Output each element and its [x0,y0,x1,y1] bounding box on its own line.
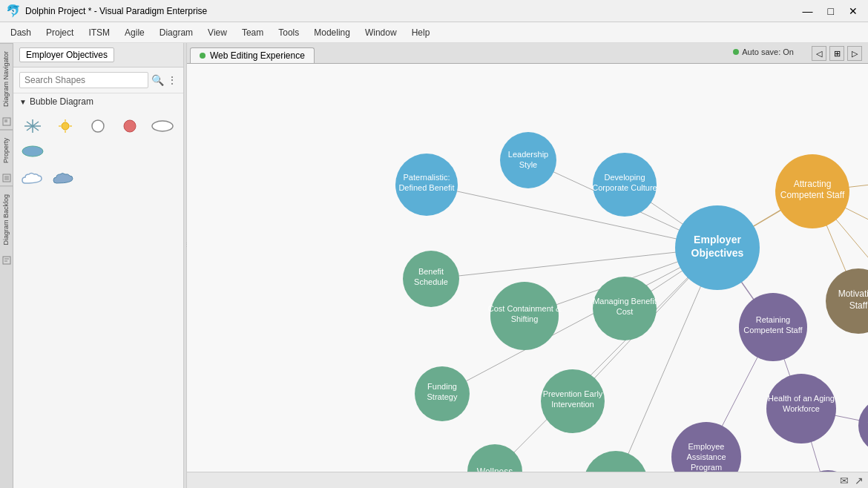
canvas-area[interactable]: Paternalistic: Defined Benefit Leadershi… [187,64,868,472]
menu-tools[interactable]: Tools [271,24,306,41]
menu-window[interactable]: Window [358,24,404,41]
tab-action-2[interactable]: ⊞ [829,46,844,61]
svg-text:Intervention: Intervention [551,400,594,409]
menu-bar: Dash Project ITSM Agile Diagram View Tea… [0,22,868,43]
cloud-icon [19,168,46,188]
tab-actions: ◁ ⊞ ▷ [812,46,862,61]
svg-text:Leadership: Leadership [508,150,548,159]
search-bar: 🔍 ⋮ [13,67,183,93]
ellipse-v-icon [22,143,44,159]
svg-rect-6 [3,257,10,264]
svg-text:Motivating: Motivating [838,288,868,299]
search-icon[interactable]: 🔍 [151,74,164,86]
svg-text:Defined Benefit: Defined Benefit [398,183,454,192]
svg-text:Prevention Early: Prevention Early [543,389,603,398]
app-title: Dolphin Project * - Visual Paradigm Ente… [25,6,207,16]
left-vertical-tabs: Diagram Navigator Property Diagram Backl… [0,43,13,488]
svg-text:Cost Containment &: Cost Containment & [488,304,562,313]
menu-dash[interactable]: Dash [3,24,39,41]
menu-project[interactable]: Project [39,24,81,41]
svg-text:Program: Program [691,463,722,472]
menu-help[interactable]: Help [404,24,438,41]
menu-team[interactable]: Team [234,24,271,41]
vtab-diagram-backlog[interactable]: Diagram Backlog [0,186,13,253]
svg-text:Employee: Employee [688,442,725,451]
node-paternalistic-label: Paternalistic: [404,173,450,182]
email-icon[interactable]: ✉ [840,475,849,487]
share-icon[interactable]: ↗ [855,475,864,487]
auto-save-dot [733,49,739,55]
tab-bar: Web Editing Experience Auto save: On ◁ ⊞… [187,43,868,64]
map-icon [2,117,11,126]
cloud2-icon [50,168,77,188]
node-wellness-right[interactable] [858,398,868,453]
search-input[interactable] [19,72,148,88]
navigator-icon [0,114,13,130]
svg-point-13 [62,122,69,130]
svg-rect-1 [4,119,7,122]
diagram-canvas[interactable]: Paternalistic: Defined Benefit Leadershi… [187,64,868,472]
tab-action-1[interactable]: ◁ [812,46,826,61]
svg-point-18 [92,120,104,132]
ellipse-h-icon [149,118,176,134]
shape-ellipse-h[interactable] [149,116,176,136]
svg-line-23 [427,185,717,248]
main-layout: Diagram Navigator Property Diagram Backl… [0,43,868,488]
diagram-nodes[interactable]: Paternalistic: Defined Benefit Leadershi… [395,132,868,472]
shape-circle[interactable] [85,116,111,136]
svg-text:Wellness: Wellness [477,466,513,472]
tab-label: Web Editing Experience [210,50,305,61]
node-emp-assist-left[interactable] [584,451,648,472]
app-logo: 🐬 [6,4,21,18]
more-options-icon[interactable]: ⋮ [167,74,177,86]
breadcrumb: Employer Objectives [19,47,114,62]
minimize-button[interactable]: — [798,4,818,19]
menu-modeling[interactable]: Modeling [306,24,358,41]
svg-text:Managing Benefit: Managing Benefit [593,297,657,306]
menu-view[interactable]: View [200,24,234,41]
bottom-bar: ✉ ↗ [187,472,868,488]
vtab-property[interactable]: Property [0,130,13,171]
svg-text:Employee: Employee [598,471,634,472]
auto-save-label: Auto save: On [742,47,794,56]
shape-sun[interactable] [52,116,79,136]
auto-save-indicator: Auto save: On [733,47,794,56]
titlebar-left: 🐬 Dolphin Project * - Visual Paradigm En… [6,4,207,18]
circle-filled-icon [119,118,141,134]
svg-text:Retaining: Retaining [756,315,790,324]
svg-text:Competent Staff: Competent Staff [743,326,803,334]
svg-text:Strategy: Strategy [427,392,458,401]
shape-grid [13,110,183,168]
svg-text:Funding: Funding [427,382,457,391]
node-medical[interactable] [800,470,855,472]
menu-diagram[interactable]: Diagram [152,24,200,41]
svg-point-20 [152,121,173,131]
svg-text:Style: Style [519,160,537,169]
close-button[interactable]: ✕ [844,4,862,19]
svg-text:Objectives: Objectives [691,247,744,259]
right-area: Web Editing Experience Auto save: On ◁ ⊞… [187,43,868,488]
svg-text:Workforce: Workforce [783,404,820,413]
svg-point-19 [124,120,136,132]
shape-snowflake[interactable] [19,116,46,136]
property-icon-svg [2,174,11,182]
diagram-tab[interactable]: Web Editing Experience [190,47,315,63]
breadcrumb-bar: Employer Objectives [13,43,183,67]
vtab-diagram-navigator[interactable]: Diagram Navigator [0,43,13,114]
shape-circle-filled[interactable] [116,116,143,136]
shape-cloud[interactable] [19,168,46,188]
menu-agile[interactable]: Agile [117,24,152,41]
panel-section-title[interactable]: ▼ Bubble Diagram [13,93,183,110]
svg-text:Employer: Employer [694,234,741,245]
backlog-icon [0,253,13,268]
shape-ellipse-v[interactable] [19,141,46,162]
sun-icon [54,118,76,134]
shape-cloud2[interactable] [50,168,77,188]
shape-row2 [13,168,183,194]
maximize-button[interactable]: □ [823,4,838,19]
tab-action-3[interactable]: ▷ [847,46,862,61]
svg-text:Shifting: Shifting [511,314,539,323]
menu-itsm[interactable]: ITSM [81,24,117,41]
left-panel: Employer Objectives 🔍 ⋮ ▼ Bubble Diagram [13,43,184,488]
svg-text:Corporate Culture: Corporate Culture [592,183,657,192]
